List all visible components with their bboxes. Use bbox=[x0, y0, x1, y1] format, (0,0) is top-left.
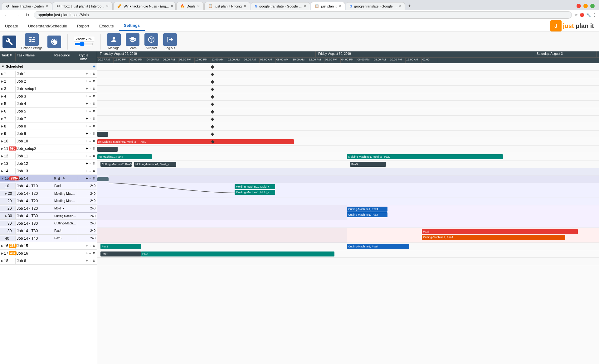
task-gear-10[interactable]: ⚙ bbox=[93, 139, 95, 143]
zoom-slider[interactable] bbox=[75, 41, 93, 46]
task-gear-11[interactable]: ⚙ bbox=[93, 147, 95, 150]
tab-inbox[interactable]: ✉ Inbox | just plan it | Interco... ✕ bbox=[53, 2, 113, 10]
task-row-15-expanded[interactable]: ▼ 15 999+ Job 14 ⎘ 🗑 ✎ ⊢→ ⚙ bbox=[0, 175, 97, 182]
tab-google2[interactable]: G google translate - Google ... ✕ bbox=[346, 2, 405, 10]
task-subrow-t30b[interactable]: 30 Job 14 - T30 Cutting-Machine1 240 bbox=[0, 220, 97, 227]
nav-execute[interactable]: Execute bbox=[94, 21, 119, 31]
support-button[interactable] bbox=[144, 33, 158, 46]
task-subrow-t10[interactable]: 10 Job 14 - T10 Pax1 240 bbox=[0, 182, 97, 190]
task-gear-6[interactable]: ⚙ bbox=[93, 109, 95, 113]
settings-icon[interactable]: ⋮ bbox=[593, 13, 597, 17]
task-arrow-10[interactable]: ⊢→ bbox=[86, 139, 92, 143]
task-subrow-t30a[interactable]: ▶30 Job 14 - T30 Cutting-Machine1; Pax4 … bbox=[0, 212, 97, 220]
task-subrow-t20c[interactable]: 20 Job 14 - T20 Mold_x 240 bbox=[0, 205, 97, 212]
task-row[interactable]: ▶ 9 Job 9 ⊢→ ⚙ bbox=[0, 130, 97, 137]
task-gear-18[interactable]: ⚙ bbox=[93, 259, 95, 262]
tab-close-google2[interactable]: ✕ bbox=[398, 4, 401, 8]
task-gear-12[interactable]: ⚙ bbox=[93, 154, 95, 158]
support-group[interactable]: Support bbox=[144, 33, 158, 50]
task-row[interactable]: ▶ 11 590 Job_setup2 ⊢→ ⚙ bbox=[0, 145, 97, 152]
task-row-17[interactable]: ▶ 17 404 Job 16 ⊢→ ⚙ bbox=[0, 250, 97, 257]
task-arrow-8[interactable]: ⊢→ bbox=[86, 124, 92, 128]
toolbar-settings-group[interactable]: Define Settings bbox=[21, 33, 42, 50]
expand-scheduled-arrow[interactable]: ▼ bbox=[1, 65, 5, 68]
task-gear-4[interactable]: ⚙ bbox=[93, 94, 95, 98]
minimize-window-button[interactable] bbox=[583, 4, 588, 8]
task-gear-14[interactable]: ⚙ bbox=[93, 169, 95, 173]
tab-pricing[interactable]: 📋 just plan it Pricing ✕ bbox=[204, 2, 250, 10]
nav-report[interactable]: Report bbox=[72, 21, 94, 31]
task-gear-9[interactable]: ⚙ bbox=[93, 132, 95, 135]
task-arrow-6[interactable]: ⊢→ bbox=[86, 109, 92, 113]
nav-understand[interactable]: Understand/Schedule bbox=[23, 21, 72, 31]
task-row[interactable]: ▶ 12 Job 11 ⊢→ ⚙ bbox=[0, 152, 97, 160]
tab-jpi[interactable]: 📋 just plan it ✕ bbox=[311, 2, 345, 10]
nav-update[interactable]: Update bbox=[0, 21, 23, 31]
extension-icon-2[interactable]: 🔧 bbox=[586, 13, 591, 17]
bookmark-icon[interactable]: ☆ bbox=[574, 13, 578, 17]
logout-group[interactable]: Log out bbox=[163, 33, 177, 50]
tab-close-wir[interactable]: ✕ bbox=[171, 4, 173, 8]
add-task-button[interactable]: + bbox=[93, 64, 95, 69]
tab-close-inbox[interactable]: ✕ bbox=[106, 4, 109, 8]
task-row[interactable]: ▶ 5 Job 4 ⊢→ ⚙ bbox=[0, 100, 97, 108]
edit-icon-15[interactable]: ✎ bbox=[62, 177, 65, 180]
task-gear-1[interactable]: ⚙ bbox=[93, 72, 95, 75]
task-arrow-2[interactable]: ⊢→ bbox=[86, 79, 92, 83]
manage-group[interactable]: Manage bbox=[107, 33, 121, 50]
tab-google1[interactable]: G google translate - Google ... ✕ bbox=[251, 2, 310, 10]
task-subrow-t30c[interactable]: 30 Job 14 - T30 Pax4 240 bbox=[0, 227, 97, 235]
toolbar-wrench-group[interactable] bbox=[2, 36, 16, 48]
task-gear-16[interactable]: ⚙ bbox=[93, 244, 95, 247]
task-gear-8[interactable]: ⚙ bbox=[93, 124, 95, 128]
copy-icon-15[interactable]: ⎘ bbox=[54, 177, 56, 180]
back-button[interactable]: ← bbox=[2, 12, 11, 18]
task-gear-5[interactable]: ⚙ bbox=[93, 102, 95, 105]
task-row[interactable]: ▶ 8 Job 8 ⊢→ ⚙ bbox=[0, 122, 97, 130]
task-row[interactable]: ▶ 6 Job 5 ⊢→ ⚙ bbox=[0, 108, 97, 115]
task-arrow-17[interactable]: ⊢→ bbox=[86, 251, 92, 255]
task-arrow-12[interactable]: ⊢→ bbox=[86, 154, 92, 158]
task-gear-15[interactable]: ⚙ bbox=[93, 177, 95, 180]
learn-button[interactable] bbox=[126, 33, 139, 46]
task-row[interactable]: ▶ 14 Job 13 ⊢→ ⚙ bbox=[0, 167, 97, 175]
target-button[interactable] bbox=[47, 36, 61, 48]
task-arrow-15[interactable]: ⊢→ bbox=[86, 177, 92, 180]
task-arrow-1[interactable]: ⊢→ bbox=[86, 72, 92, 75]
task-arrow-13[interactable]: ⊢→ bbox=[86, 162, 92, 165]
task-arrow-3[interactable]: ⊢→ bbox=[86, 87, 92, 90]
tab-close-timetracker[interactable]: ✕ bbox=[46, 4, 48, 8]
address-input[interactable] bbox=[34, 11, 572, 19]
extension-icon-1[interactable]: 🔴 bbox=[580, 13, 584, 17]
tab-close-jpi[interactable]: ✕ bbox=[338, 4, 341, 8]
settings-button[interactable] bbox=[25, 33, 39, 46]
tab-wir[interactable]: 🥜 Wir knacken die Nuss - Eng... ✕ bbox=[113, 2, 176, 10]
task-row[interactable]: ▶ 7 Job 7 ⊢→ ⚙ bbox=[0, 115, 97, 122]
task-row[interactable]: ▶ 2 Job 2 ⊢→ ⚙ bbox=[0, 78, 97, 85]
nav-settings[interactable]: Settings bbox=[119, 21, 145, 31]
tab-timetracker[interactable]: ⏱ Time Tracker - Zeiten ✕ bbox=[2, 2, 52, 10]
close-window-button[interactable] bbox=[577, 4, 581, 8]
task-gear-3[interactable]: ⚙ bbox=[93, 87, 95, 90]
task-arrow-18[interactable]: ⊢→ bbox=[86, 259, 92, 262]
task-gear-13[interactable]: ⚙ bbox=[93, 162, 95, 165]
task-row[interactable]: ▶ 10 Job 10 ⊢→ ⚙ bbox=[0, 137, 97, 145]
task-gear-17[interactable]: ⚙ bbox=[93, 251, 95, 255]
forward-button[interactable]: → bbox=[13, 12, 21, 18]
task-row-18[interactable]: ▶ 18 Job 6 ⊢→ ⚙ bbox=[0, 257, 97, 265]
delete-icon-15[interactable]: 🗑 bbox=[58, 177, 61, 180]
task-arrow-9[interactable]: ⊢→ bbox=[86, 132, 92, 135]
tab-close-deals[interactable]: ✕ bbox=[197, 4, 200, 8]
maximize-window-button[interactable] bbox=[590, 4, 595, 8]
task-arrow-4[interactable]: ⊢→ bbox=[86, 94, 92, 98]
task-arrow-16[interactable]: ⊢→ bbox=[86, 244, 92, 247]
task-gear-2[interactable]: ⚙ bbox=[93, 79, 95, 83]
task-row[interactable]: ▶ 1 Job 1 ⊢→ ⚙ bbox=[0, 70, 97, 78]
toolbar-target-group[interactable] bbox=[47, 36, 61, 48]
task-gear-7[interactable]: ⚙ bbox=[93, 117, 95, 120]
task-arrow-11[interactable]: ⊢→ bbox=[86, 147, 92, 150]
learn-group[interactable]: Learn bbox=[126, 33, 139, 50]
scheduled-header[interactable]: ▼ Scheduled + bbox=[0, 63, 97, 70]
task-row[interactable]: ▶ 4 Job 3 ⊢→ ⚙ bbox=[0, 93, 97, 100]
task-row[interactable]: ▶ 3 Job_setup1 ⊢→ ⚙ bbox=[0, 85, 97, 93]
